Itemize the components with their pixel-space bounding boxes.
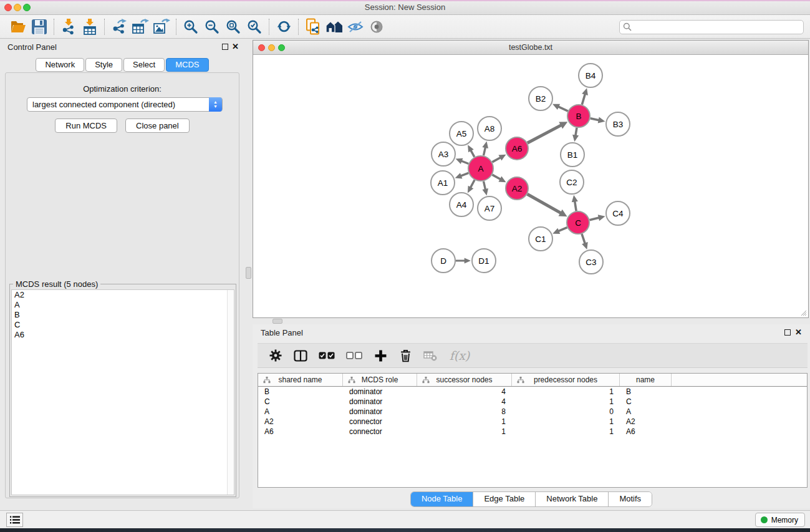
table-close-icon[interactable]: ✕ bbox=[795, 329, 802, 336]
column-header-successor-nodes[interactable]: successor nodes bbox=[417, 374, 512, 386]
cell-successor-nodes[interactable]: 1 bbox=[417, 427, 512, 437]
zoom-out-icon[interactable] bbox=[201, 17, 223, 37]
cell-predecessor-nodes[interactable]: 0 bbox=[512, 407, 620, 417]
network-window-titlebar[interactable]: testGlobe.txt bbox=[253, 41, 808, 55]
horizontal-splitter-handle[interactable] bbox=[272, 319, 282, 324]
vertical-splitter-handle[interactable] bbox=[246, 267, 251, 279]
table-row[interactable]: A2connector11A2 bbox=[258, 417, 807, 427]
graph-edge-A-A8[interactable] bbox=[483, 147, 485, 155]
cell-MCDS-role[interactable]: connector bbox=[343, 427, 417, 437]
refresh-icon[interactable] bbox=[273, 17, 294, 37]
save-session-icon[interactable] bbox=[29, 17, 50, 37]
import-table-icon[interactable] bbox=[79, 17, 100, 37]
zoom-in-icon[interactable] bbox=[180, 17, 201, 37]
graph-edge-C-C2[interactable] bbox=[575, 201, 576, 211]
graph-edge-A-A7[interactable] bbox=[483, 181, 485, 190]
tab-network-table[interactable]: Network Table bbox=[536, 492, 609, 506]
graph-edge-B-B1[interactable] bbox=[576, 128, 577, 136]
graph-edge-A2-C[interactable] bbox=[528, 194, 561, 213]
memory-button[interactable]: Memory bbox=[755, 513, 805, 527]
cell-MCDS-role[interactable]: dominator bbox=[343, 397, 417, 407]
table-settings-icon[interactable] bbox=[268, 347, 284, 364]
cell-successor-nodes[interactable]: 4 bbox=[417, 387, 512, 397]
tab-edge-table[interactable]: Edge Table bbox=[473, 492, 536, 506]
eye-slash-icon[interactable] bbox=[345, 17, 366, 37]
cell-predecessor-nodes[interactable]: 1 bbox=[512, 397, 620, 407]
cell-shared-name[interactable]: A6 bbox=[258, 427, 343, 437]
column-header-name[interactable]: name bbox=[620, 374, 672, 386]
tab-motifs[interactable]: Motifs bbox=[609, 492, 652, 506]
graph-edge-A-A3[interactable] bbox=[461, 161, 469, 163]
cell-name[interactable]: C bbox=[620, 397, 672, 407]
graph-edge-A6-B[interactable] bbox=[528, 125, 561, 143]
zoom-selected-icon[interactable] bbox=[244, 17, 265, 37]
task-history-button[interactable] bbox=[6, 513, 23, 527]
cell-predecessor-nodes[interactable]: 1 bbox=[512, 387, 620, 397]
table-row[interactable]: A6connector11A6 bbox=[258, 427, 807, 437]
mcds-result-item[interactable]: A bbox=[12, 300, 234, 310]
cell-shared-name[interactable]: A bbox=[258, 407, 343, 417]
network-graph-canvas[interactable]: B4B2BB3A5A8A6B1A3AA1C2A2A4A7C4CC1C3DD1 bbox=[253, 55, 808, 317]
run-mcds-button[interactable]: Run MCDS bbox=[55, 118, 117, 133]
cell-shared-name[interactable]: B bbox=[258, 387, 343, 397]
cell-successor-nodes[interactable]: 4 bbox=[417, 397, 512, 407]
close-panel-button[interactable]: Close panel bbox=[125, 118, 190, 133]
graph-edge-B-B4[interactable] bbox=[582, 94, 585, 105]
split-view-icon[interactable] bbox=[292, 347, 309, 364]
export-image-icon[interactable] bbox=[151, 17, 172, 37]
graph-edge-C-C1[interactable] bbox=[558, 228, 567, 231]
table-row[interactable]: Cdominator41C bbox=[258, 397, 807, 407]
column-header-MCDS-role[interactable]: MCDS role bbox=[343, 374, 417, 386]
home-icon[interactable] bbox=[324, 17, 345, 37]
cell-name[interactable]: A2 bbox=[620, 417, 672, 427]
criterion-select[interactable]: largest connected component (directed) ▲… bbox=[27, 97, 223, 112]
cell-name[interactable]: A bbox=[620, 407, 672, 417]
graph-edge-B-B3[interactable] bbox=[591, 118, 599, 120]
graph-edge-A-A2[interactable] bbox=[492, 175, 500, 179]
cell-name[interactable]: A6 bbox=[620, 427, 672, 437]
mcds-result-list[interactable]: A2ABCA6 bbox=[11, 289, 234, 495]
tab-style[interactable]: Style bbox=[85, 58, 122, 72]
resize-grip-icon[interactable] bbox=[799, 309, 807, 316]
cell-MCDS-role[interactable]: connector bbox=[343, 417, 417, 427]
tab-mcds[interactable]: MCDS bbox=[166, 58, 208, 72]
table-row[interactable]: Adominator80A bbox=[258, 407, 807, 417]
tab-node-table[interactable]: Node Table bbox=[411, 492, 474, 506]
cell-successor-nodes[interactable]: 1 bbox=[417, 417, 512, 427]
column-header-shared-name[interactable]: shared name bbox=[258, 374, 343, 386]
eye-icon[interactable] bbox=[366, 17, 387, 37]
graph-edge-A-A6[interactable] bbox=[492, 157, 500, 162]
cell-shared-name[interactable]: C bbox=[258, 397, 343, 407]
cell-MCDS-role[interactable]: dominator bbox=[343, 407, 417, 417]
cell-predecessor-nodes[interactable]: 1 bbox=[512, 417, 620, 427]
cell-successor-nodes[interactable]: 8 bbox=[417, 407, 512, 417]
graph-edge-C-C3[interactable] bbox=[582, 234, 585, 244]
graph-edge-A-A5[interactable] bbox=[471, 150, 475, 157]
graph-edge-A-A1[interactable] bbox=[461, 173, 469, 176]
cell-name[interactable]: B bbox=[620, 387, 672, 397]
search-input[interactable] bbox=[619, 20, 804, 34]
graph-edge-C-C4[interactable] bbox=[589, 218, 599, 220]
graph-edge-A-A4[interactable] bbox=[470, 180, 475, 188]
close-panel-icon[interactable]: ✕ bbox=[232, 43, 239, 51]
cell-predecessor-nodes[interactable]: 1 bbox=[512, 427, 620, 437]
select-all-icon[interactable] bbox=[317, 347, 336, 364]
list-scrollbar[interactable] bbox=[227, 290, 234, 495]
mcds-result-item[interactable]: A6 bbox=[12, 330, 234, 340]
table-float-icon[interactable] bbox=[784, 329, 791, 336]
deselect-all-icon[interactable] bbox=[345, 347, 364, 364]
open-session-icon[interactable] bbox=[7, 17, 29, 37]
zoom-fit-icon[interactable] bbox=[223, 17, 244, 37]
delete-column-icon[interactable] bbox=[397, 347, 413, 364]
table-row[interactable]: Bdominator41B bbox=[258, 387, 807, 397]
tab-select[interactable]: Select bbox=[123, 58, 165, 72]
column-header-predecessor-nodes[interactable]: predecessor nodes bbox=[512, 374, 620, 386]
tab-network[interactable]: Network bbox=[36, 58, 84, 72]
cell-shared-name[interactable]: A2 bbox=[258, 417, 343, 427]
mcds-result-item[interactable]: B bbox=[12, 310, 234, 320]
cell-MCDS-role[interactable]: dominator bbox=[343, 387, 417, 397]
export-network-icon[interactable] bbox=[108, 17, 130, 37]
copy-style-icon[interactable] bbox=[302, 17, 324, 37]
mcds-result-item[interactable]: A2 bbox=[12, 290, 234, 300]
export-table-icon[interactable] bbox=[130, 17, 151, 37]
